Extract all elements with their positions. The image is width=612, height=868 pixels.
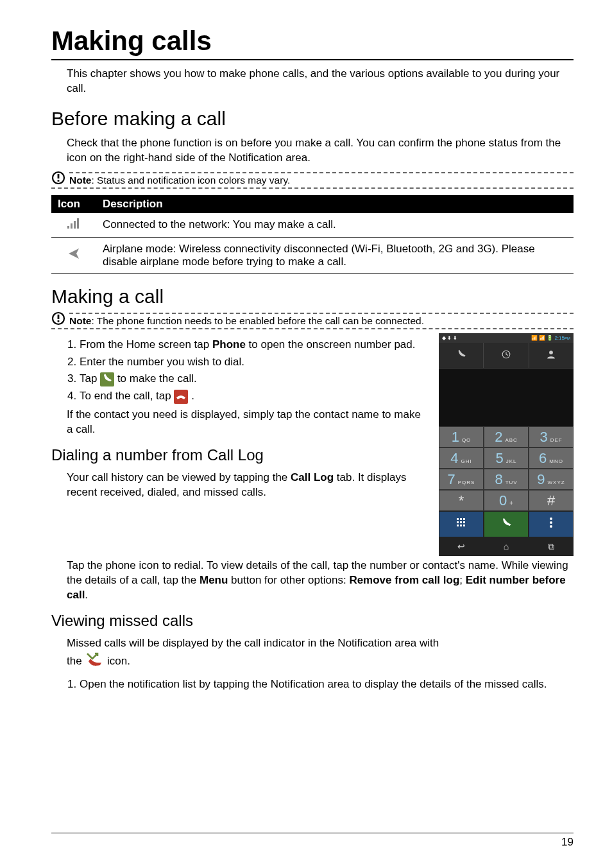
alert-icon	[51, 311, 65, 328]
svg-rect-19	[460, 525, 462, 526]
key-1[interactable]: 1QO	[439, 426, 484, 447]
status-left-icons: ◆ ⬇ ⬇	[442, 335, 457, 341]
note-text: Note: Status and notification icon color…	[69, 175, 574, 186]
intro-text: This chapter shows you how to make phone…	[67, 67, 574, 96]
key-hash[interactable]: #	[529, 490, 574, 511]
note-box: Note: Status and notification icon color…	[51, 172, 574, 189]
key-9[interactable]: 9WXYZ	[529, 469, 574, 490]
airplane-icon	[67, 250, 80, 263]
before-text: Check that the phone function is on befo…	[67, 136, 574, 166]
missed-p1: Missed calls will be displayed by the ca…	[67, 636, 574, 651]
svg-rect-16	[460, 521, 462, 523]
list-item: Tap to make the call.	[80, 371, 430, 386]
signal-icon	[67, 219, 80, 231]
phone-screenshot: ◆ ⬇ ⬇ 📶 📶 🔋 2:15PM 1QO	[439, 333, 574, 556]
nav-back[interactable]: ↩	[439, 537, 484, 556]
svg-rect-12	[457, 518, 459, 520]
list-item: Enter the number you wish to dial.	[80, 354, 430, 370]
section-calllog-heading: Dialing a number from Call Log	[51, 446, 430, 464]
table-row: Airplane mode: Wireless connectivity dis…	[51, 237, 574, 273]
tab-recent[interactable]	[484, 343, 529, 368]
phone-tabs	[439, 343, 574, 369]
svg-rect-2	[58, 180, 60, 182]
key-star[interactable]: *	[439, 490, 484, 511]
svg-rect-8	[58, 315, 60, 319]
missed-p2: the icon.	[67, 652, 574, 671]
table-row: Connected to the network: You may make a…	[51, 213, 574, 238]
page-number: 19	[561, 836, 574, 848]
note-box: Note: The phone function needs to be ena…	[51, 313, 574, 329]
key-5[interactable]: 5JKL	[484, 447, 529, 469]
svg-point-23	[550, 525, 552, 528]
list-item: From the Home screen tap Phone to open t…	[80, 337, 430, 352]
tab-contacts[interactable]	[529, 343, 574, 368]
table-header-desc: Description	[96, 195, 574, 213]
svg-point-21	[550, 517, 552, 520]
missed-steps: Open the notification list by tapping th…	[67, 677, 574, 692]
missed-call-icon	[86, 652, 103, 671]
nav-recent[interactable]: ⧉	[529, 537, 574, 556]
page-footer: 19	[51, 833, 574, 849]
list-item: Open the notification list by tapping th…	[80, 677, 574, 692]
tab-dialer[interactable]	[439, 343, 484, 368]
svg-rect-15	[457, 521, 459, 523]
key-7[interactable]: 7PQRS	[439, 469, 484, 490]
keypad: 1QO 2ABC 3DEF 4GHI 5JKL 6MNO 7PQRS 8TUV …	[439, 426, 574, 511]
svg-rect-4	[71, 223, 72, 229]
bottom-actions	[439, 511, 574, 537]
key-0[interactable]: 0+	[484, 490, 529, 511]
section-before-heading: Before making a call	[51, 108, 574, 130]
svg-point-11	[549, 351, 553, 354]
icon-table: Icon Description Connected to the networ…	[51, 195, 574, 274]
svg-rect-20	[463, 525, 465, 526]
svg-rect-6	[77, 218, 79, 229]
page-title: Making calls	[51, 26, 574, 60]
number-display	[439, 369, 574, 426]
keypad-toggle-button[interactable]	[439, 511, 484, 537]
calllog-p1: Your call history can be viewed by tappi…	[67, 471, 430, 500]
phone-dial-icon	[100, 372, 114, 386]
key-4[interactable]: 4GHI	[439, 447, 484, 469]
table-header-icon: Icon	[51, 195, 96, 213]
svg-rect-13	[460, 518, 462, 520]
status-bar: ◆ ⬇ ⬇ 📶 📶 🔋 2:15PM	[439, 333, 574, 343]
svg-rect-18	[457, 525, 459, 526]
key-6[interactable]: 6MNO	[529, 447, 574, 469]
section-missed-heading: Viewing missed calls	[51, 612, 574, 630]
svg-rect-17	[463, 521, 465, 523]
contact-text: If the contact you need is displayed, si…	[67, 408, 430, 437]
key-3[interactable]: 3DEF	[529, 426, 574, 447]
svg-rect-14	[463, 518, 465, 520]
list-item: To end the call, tap .	[80, 388, 430, 404]
table-cell-desc: Airplane mode: Wireless connectivity dis…	[96, 237, 574, 273]
svg-rect-1	[58, 174, 60, 178]
key-8[interactable]: 8TUV	[484, 469, 529, 490]
svg-rect-3	[67, 226, 69, 229]
dial-button[interactable]	[484, 511, 529, 537]
calllog-p2: Tap the phone icon to redial. To view de…	[67, 559, 574, 603]
nav-bar: ↩ ⌂ ⧉	[439, 537, 574, 556]
svg-rect-5	[74, 221, 76, 229]
svg-point-22	[550, 521, 552, 524]
steps-list: From the Home screen tap Phone to open t…	[67, 337, 430, 404]
key-2[interactable]: 2ABC	[484, 426, 529, 447]
table-cell-desc: Connected to the network: You may make a…	[96, 213, 574, 238]
section-making-heading: Making a call	[51, 286, 574, 308]
nav-home[interactable]: ⌂	[484, 537, 529, 556]
overflow-button[interactable]	[529, 511, 574, 537]
phone-end-icon	[174, 390, 188, 404]
note-text: Note: The phone function needs to be ena…	[69, 315, 574, 327]
status-right: 📶 📶 🔋 2:15PM	[531, 335, 570, 341]
svg-rect-9	[58, 320, 60, 322]
alert-icon	[51, 171, 65, 187]
